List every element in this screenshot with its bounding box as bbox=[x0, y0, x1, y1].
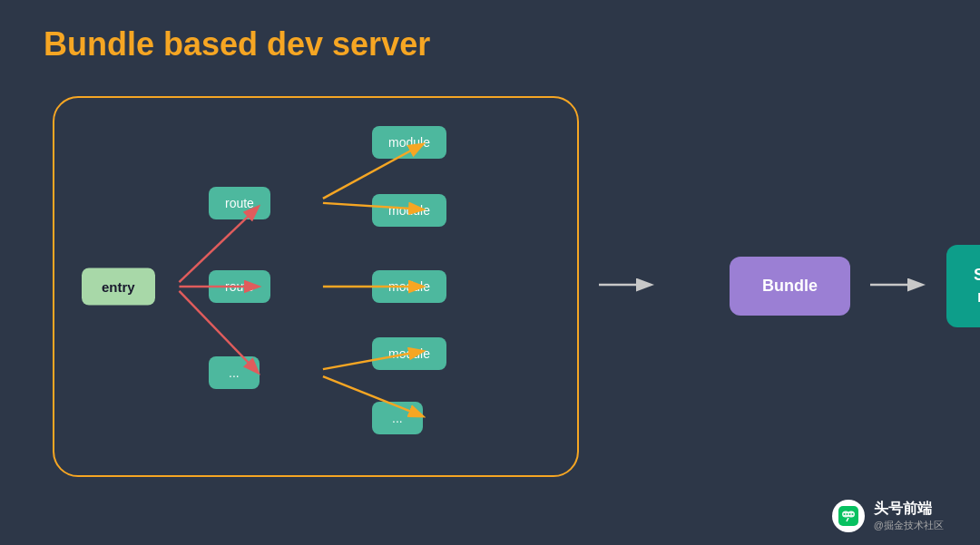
svg-point-13 bbox=[843, 513, 845, 515]
watermark: 头号前端 @掘金技术社区 bbox=[832, 500, 944, 532]
mod2-node: module bbox=[372, 194, 446, 227]
watermark-icon bbox=[832, 500, 865, 532]
dots2-node: ... bbox=[372, 402, 423, 434]
watermark-sub-text: @掘金技术社区 bbox=[874, 519, 944, 532]
page-title: Bundle based dev server bbox=[44, 25, 430, 63]
bundle-node: Bundle bbox=[730, 257, 850, 316]
dots1-node: ... bbox=[209, 356, 260, 389]
server-ready-node: Server ready bbox=[946, 245, 980, 327]
box-to-bundle-arrow bbox=[595, 271, 659, 302]
svg-point-15 bbox=[848, 513, 850, 515]
entry-node: entry bbox=[82, 268, 155, 305]
route1-node: route bbox=[209, 187, 270, 219]
watermark-text-block: 头号前端 @掘金技术社区 bbox=[874, 500, 944, 532]
mod3-node: module bbox=[372, 270, 446, 303]
mod1-node: module bbox=[372, 126, 446, 159]
watermark-main-text: 头号前端 bbox=[874, 500, 944, 519]
route2-node: route bbox=[209, 270, 270, 303]
bundle-to-server-arrow bbox=[867, 271, 930, 302]
svg-point-14 bbox=[846, 513, 848, 515]
mod4-node: module bbox=[372, 337, 446, 370]
bundle-box: entry route route ... module module modu… bbox=[53, 96, 579, 477]
svg-point-12 bbox=[848, 511, 855, 518]
svg-point-16 bbox=[851, 513, 853, 515]
